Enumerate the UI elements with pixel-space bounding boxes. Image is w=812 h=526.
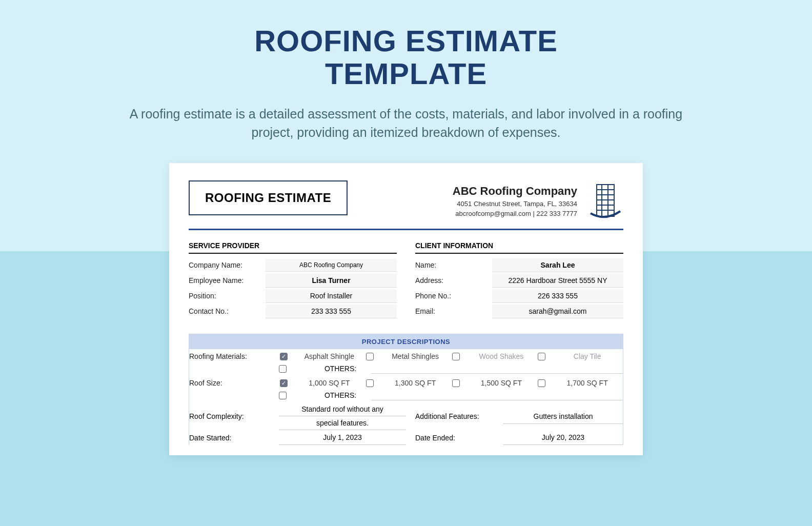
size-option: 1,000 SQ FT <box>279 377 365 389</box>
material-option: Wood Shakes <box>451 350 537 362</box>
project-descriptions: PROJECT DESCRIPTIONS Roofing Materials: … <box>189 334 623 445</box>
option-label: 1,300 SQ FT <box>381 379 450 387</box>
field-label: Contact No.: <box>189 304 266 318</box>
size-row: Roof Size: 1,000 SQ FT 1,300 SQ FT 1,500… <box>189 376 623 390</box>
others-input-line[interactable] <box>371 390 623 400</box>
complexity-label: Roof Complexity: <box>189 409 279 423</box>
date-started-label: Date Started: <box>189 431 279 445</box>
others-input-line[interactable] <box>371 363 623 374</box>
checkbox-icon[interactable] <box>452 353 460 360</box>
field-value: ABC Roofing Company <box>266 259 397 272</box>
field-label: Position: <box>189 289 266 303</box>
building-icon <box>586 180 623 221</box>
project-header: PROJECT DESCRIPTIONS <box>189 334 623 349</box>
document-title-box: ROOFING ESTIMATE <box>189 180 348 215</box>
field-value: Roof Installer <box>266 289 397 303</box>
page-title: ROOFING ESTIMATE TEMPLATE <box>0 25 812 90</box>
checkbox-checked-icon[interactable] <box>280 379 288 387</box>
field-label: Employee Name: <box>189 273 266 288</box>
checkbox-icon[interactable] <box>538 379 545 387</box>
field-value: 2226 Hardboar Street 5555 NY <box>492 274 623 288</box>
date-started-value: July 1, 2023 <box>279 430 406 445</box>
checkbox-icon[interactable] <box>279 365 287 373</box>
material-option: Clay Tile <box>537 350 623 362</box>
company-contact: abcroofcomp@gmail.com | 222 333 7777 <box>453 210 577 217</box>
checkbox-icon[interactable] <box>452 379 460 387</box>
size-option: 1,300 SQ FT <box>365 377 451 389</box>
field-value: 233 333 555 <box>266 305 397 318</box>
date-ended-label: Date Ended: <box>406 431 503 445</box>
document-header: ROOFING ESTIMATE ABC Roofing Company 405… <box>189 180 623 230</box>
option-label: Wood Shakes <box>467 352 536 360</box>
option-label: 1,700 SQ FT <box>553 379 622 387</box>
field-label: Email: <box>415 304 492 318</box>
option-label: 1,500 SQ FT <box>467 379 536 387</box>
row-label: Roofing Materials: <box>189 349 279 363</box>
others-label: OTHERS: <box>310 365 371 373</box>
field-row: Contact No.: 233 333 555 <box>189 304 397 318</box>
row-label: Roof Size: <box>189 376 279 390</box>
client-heading: CLIENT INFORMATION <box>415 241 623 254</box>
service-provider-section: SERVICE PROVIDER Company Name: ABC Roofi… <box>189 241 397 319</box>
size-option: 1,500 SQ FT <box>451 377 537 389</box>
field-value: sarah@gmail.com <box>492 305 623 318</box>
size-others-row: OTHERS: <box>189 390 623 400</box>
field-label: Company Name: <box>189 258 266 272</box>
field-label: Name: <box>415 258 492 272</box>
company-block: ABC Roofing Company 4051 Chestnut Street… <box>453 180 623 221</box>
field-label: Phone No.: <box>415 289 492 303</box>
company-name: ABC Roofing Company <box>453 185 577 198</box>
title-line-2: TEMPLATE <box>0 57 812 90</box>
field-row: Phone No.: 226 333 555 <box>415 289 623 303</box>
option-label: Asphalt Shingle <box>295 352 364 360</box>
checkbox-icon[interactable] <box>538 353 545 360</box>
material-option: Asphalt Shingle <box>279 350 365 362</box>
date-ended-value: July 20, 2023 <box>503 430 623 445</box>
field-row: Address: 2226 Hardboar Street 5555 NY <box>415 273 623 288</box>
field-row: Name: Sarah Lee <box>415 258 623 272</box>
option-label: 1,000 SQ FT <box>295 379 364 387</box>
estimate-document: ROOFING ESTIMATE ABC Roofing Company 405… <box>169 163 643 455</box>
provider-heading: SERVICE PROVIDER <box>189 241 397 254</box>
company-address: 4051 Chestnut Street, Tampa, FL, 33634 <box>453 200 577 208</box>
additional-label: Additional Features: <box>406 409 503 423</box>
field-row: Employee Name: Lisa Turner <box>189 273 397 288</box>
checkbox-icon[interactable] <box>279 392 287 399</box>
field-value: Lisa Turner <box>266 274 397 288</box>
checkbox-icon[interactable] <box>366 379 374 387</box>
field-value: Sarah Lee <box>492 258 623 272</box>
others-label: OTHERS: <box>310 391 371 399</box>
option-label: Clay Tile <box>553 352 622 360</box>
checkbox-icon[interactable] <box>366 353 374 360</box>
field-label: Address: <box>415 273 492 288</box>
field-row: Position: Roof Installer <box>189 289 397 303</box>
material-option: Metal Shingles <box>365 350 451 362</box>
size-option: 1,700 SQ FT <box>537 377 623 389</box>
client-info-section: CLIENT INFORMATION Name: Sarah Lee Addre… <box>415 241 623 319</box>
field-row: Email: sarah@gmail.com <box>415 304 623 318</box>
checkbox-checked-icon[interactable] <box>280 353 288 360</box>
materials-row: Roofing Materials: Asphalt Shingle Metal… <box>189 349 623 363</box>
info-columns: SERVICE PROVIDER Company Name: ABC Roofi… <box>189 241 623 319</box>
hero-section: ROOFING ESTIMATE TEMPLATE A roofing esti… <box>0 0 812 141</box>
field-row: Company Name: ABC Roofing Company <box>189 258 397 272</box>
option-label: Metal Shingles <box>381 352 450 360</box>
field-value: 226 333 555 <box>492 289 623 303</box>
dates-row: Date Started: July 1, 2023 Date Ended: J… <box>189 430 623 445</box>
page-description: A roofing estimate is a detailed assessm… <box>124 105 688 142</box>
complexity-row: Roof Complexity: Standard roof without a… <box>189 402 623 430</box>
additional-value: Gutters installation <box>503 409 623 424</box>
title-line-1: ROOFING ESTIMATE <box>0 25 812 57</box>
complexity-value: Standard roof without any special featur… <box>279 402 406 430</box>
materials-others-row: OTHERS: <box>189 363 623 374</box>
